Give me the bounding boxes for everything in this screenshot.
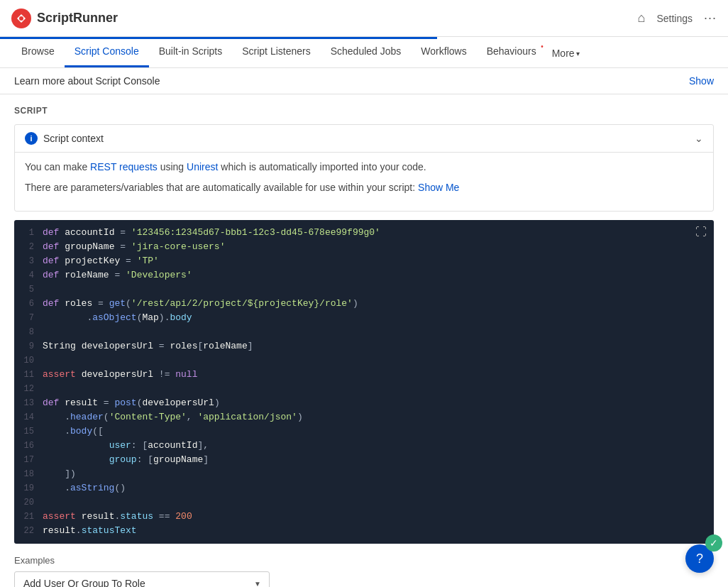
code-line-5: 5 — [14, 282, 714, 297]
script-context-header[interactable]: i Script context ⌄ — [15, 125, 713, 152]
code-line-12: 12 — [14, 382, 714, 396]
header: ScriptRunner ⌂ Settings ··· — [0, 0, 728, 37]
banner-text: Learn more about Script Console — [14, 75, 160, 87]
code-line-17: 17 group: [groupName] — [14, 453, 714, 467]
expand-icon[interactable]: ⛶ — [695, 226, 707, 239]
code-line-20: 20 — [14, 495, 714, 510]
unirest-link[interactable]: Unirest — [187, 161, 218, 172]
code-line-13: 13 def result = post(developersUrl) — [14, 396, 714, 410]
code-line-9: 9 String developersUrl = roles[roleName] — [14, 339, 714, 353]
script-context-text-2: There are parameters/variables that are … — [25, 180, 703, 195]
code-line-6: 6 def roles = get('/rest/api/2/project/$… — [14, 297, 714, 311]
examples-section: Examples Add User Or Group To Role Enter… — [14, 555, 714, 587]
header-more-button[interactable]: ··· — [704, 11, 717, 26]
home-icon[interactable]: ⌂ — [638, 11, 646, 26]
check-icon: ✓ — [705, 534, 722, 552]
script-section-label: Script — [14, 106, 714, 116]
header-left: ScriptRunner — [11, 9, 118, 28]
code-line-7: 7 .asObject(Map).body — [14, 311, 714, 325]
nav-more-label: More — [552, 48, 575, 59]
examples-select[interactable]: Add User Or Group To Role — [14, 571, 270, 587]
header-right: ⌂ Settings ··· — [638, 11, 717, 26]
logo-icon — [11, 9, 31, 28]
code-line-1: 1 def accountId = '123456:12345d67-bbb1-… — [14, 226, 714, 240]
content: Script i Script context ⌄ You can make R… — [0, 94, 728, 587]
svg-point-0 — [19, 16, 23, 21]
code-line-19: 19 .asString() — [14, 481, 714, 495]
code-line-3: 3 def projectKey = 'TP' — [14, 254, 714, 268]
code-lines: 1 def accountId = '123456:12345d67-bbb1-… — [14, 220, 714, 544]
script-context-header-left: i Script context — [25, 132, 104, 145]
code-line-14: 14 .header('Content-Type', 'application/… — [14, 410, 714, 424]
examples-select-wrapper: Add User Or Group To Role — [14, 571, 270, 587]
code-line-8: 8 — [14, 325, 714, 339]
script-context-text-1: You can make REST requests using Unirest… — [25, 160, 703, 175]
nav-item-workflows[interactable]: Workflows — [411, 37, 476, 67]
nav-item-script-listeners[interactable]: Script Listeners — [232, 37, 320, 67]
nav-item-built-in-scripts[interactable]: Built-in Scripts — [149, 37, 232, 67]
code-section: ⛶ 1 def accountId = '123456:12345d67-bbb… — [14, 220, 714, 544]
settings-button[interactable]: Settings — [656, 13, 693, 24]
info-icon: i — [25, 132, 38, 145]
script-context-body: You can make REST requests using Unirest… — [15, 152, 713, 211]
examples-label: Examples — [14, 555, 714, 566]
nav-item-scheduled-jobs[interactable]: Scheduled Jobs — [321, 37, 412, 67]
code-line-22: 22 result.statusText — [14, 524, 714, 538]
show-me-link[interactable]: Show Me — [418, 182, 459, 193]
code-line-18: 18 ]) — [14, 467, 714, 481]
code-line-4: 4 def roleName = 'Developers' — [14, 268, 714, 282]
script-context-panel: i Script context ⌄ You can make REST req… — [14, 124, 714, 212]
rest-requests-link[interactable]: REST requests — [90, 161, 158, 172]
nav-item-browse[interactable]: Browse — [11, 37, 65, 67]
nav-item-script-console[interactable]: Script Console — [65, 37, 149, 67]
expand-toolbar[interactable]: ⛶ — [695, 226, 707, 239]
code-line-15: 15 .body([ — [14, 424, 714, 439]
code-line-10: 10 — [14, 353, 714, 368]
code-line-21: 21 assert result.status == 200 — [14, 510, 714, 524]
banner-show-button[interactable]: Show — [689, 75, 714, 87]
chevron-down-icon: ⌄ — [695, 133, 703, 144]
script-context-title: Script context — [43, 133, 104, 144]
code-line-2: 2 def groupName = 'jira-core-users' — [14, 240, 714, 254]
code-editor[interactable]: ⛶ 1 def accountId = '123456:12345d67-bbb… — [14, 220, 714, 544]
nav-more-button[interactable]: More ▾ — [546, 39, 585, 67]
banner: Learn more about Script Console Show — [0, 68, 728, 94]
chevron-down-icon: ▾ — [576, 50, 580, 57]
nav: Browse Script Console Built-in Scripts S… — [0, 37, 728, 68]
nav-item-behaviours[interactable]: Behaviours — [477, 37, 546, 67]
code-line-16: 16 user: [accountId], — [14, 439, 714, 453]
app-name: ScriptRunner — [37, 11, 118, 26]
code-line-11: 11 assert developersUrl != null — [14, 368, 714, 382]
